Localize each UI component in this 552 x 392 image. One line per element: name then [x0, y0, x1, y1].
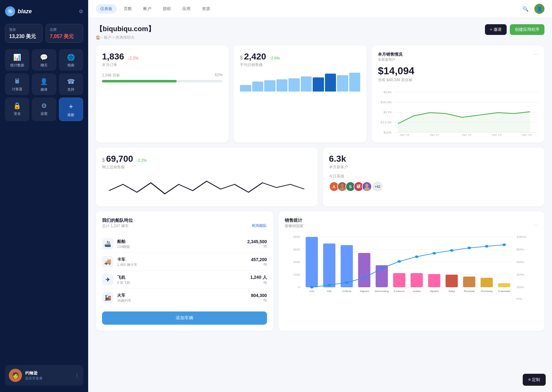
expense-label: 花费 [50, 27, 79, 32]
sidebar-item-chat[interactable]: 💬 聊天 [32, 49, 56, 71]
sales-chart-title-section: 销售统计 最畅销国家 [285, 218, 304, 232]
user-role: 反应开发者 [25, 376, 43, 381]
avg-value: 2,420 [244, 52, 266, 62]
online-change: ↑2.2% [136, 158, 147, 163]
mini-bar-7 [313, 77, 324, 92]
svg-rect-42 [393, 273, 405, 287]
sidebar-item-security[interactable]: 🔒 安全 [5, 98, 29, 121]
svg-text:600: 600 [293, 248, 300, 251]
fleet-link[interactable]: 检阅舰队 [252, 223, 267, 228]
tab-accounts[interactable]: 帐户 [139, 4, 156, 14]
breadcrumb: 🏠 › 账户 > 奥弗维耶夫 [96, 35, 155, 40]
sidebar-more-icon[interactable]: ⋮ [74, 372, 79, 378]
fleet-plane-info: 飞机 8 架飞机 [117, 275, 130, 285]
tab-pages[interactable]: 页数 [119, 4, 136, 14]
fleet-plane-value-section: 1,240 人 吨 [250, 275, 267, 285]
svg-rect-45 [446, 275, 458, 287]
monthly-sales-card: 本月销售情况 全渠道用户 ··· $14,094 另有 $48,346 至目标 [372, 45, 544, 143]
fleet-train-name: 火车 [117, 293, 131, 298]
svg-point-61 [310, 286, 313, 288]
create-app-button[interactable]: 创建应用程序 [510, 24, 544, 35]
svg-text:US: US [309, 290, 314, 293]
fleet-plane-num: 1,240 人 [250, 275, 267, 280]
mini-bar-3 [264, 80, 276, 92]
stats-icon: 📊 [13, 53, 21, 61]
sales-chart-more[interactable]: ··· [534, 222, 538, 228]
mini-bar-5 [288, 78, 300, 92]
svg-text:Canada: Canada [498, 290, 510, 293]
tab-auth[interactable]: 授权 [158, 4, 175, 14]
guide-icon: 🌐 [67, 53, 75, 61]
svg-text:20%: 20% [516, 286, 524, 289]
heroes-section: 今日英雄 A S 硕 +42 [329, 174, 538, 192]
tab-apps[interactable]: 应用 [178, 4, 195, 14]
sidebar-item-media[interactable]: 👤 媒体 [32, 73, 56, 95]
fleet-truck-unit: 吨 [251, 262, 267, 267]
budget-card-expense: 花费 7,057 美元 [46, 24, 83, 43]
truck-icon: 🚚 [102, 256, 113, 267]
svg-text:200: 200 [293, 273, 300, 276]
security-icon: 🔒 [13, 102, 21, 109]
add-vehicle-button[interactable]: 添加车辆 [102, 311, 267, 325]
svg-rect-46 [463, 277, 475, 287]
sidebar-settings-icon[interactable]: ⚙ [79, 8, 83, 14]
mini-bar-8 [325, 74, 336, 92]
sidebar-item-settings[interactable]: ⚙ 设置 [32, 98, 56, 121]
topnav-avatar[interactable]: 👤 [534, 4, 544, 14]
fleet-plane-sub: 8 架飞机 [117, 280, 130, 285]
nav-grid: 📊 统计数据 💬 聊天 🌐 指南 🖩 计算器 👤 媒体 ☎ 支持 🔒 安全 ⚙ [5, 49, 83, 121]
svg-text:60%: 60% [516, 260, 524, 264]
fleet-ship-sub: 234艘舰 [117, 244, 130, 249]
avg-mini-chart [240, 73, 360, 92]
sidebar-item-support[interactable]: ☎ 支持 [59, 73, 83, 95]
svg-point-19 [365, 184, 368, 187]
avg-change: ↑2.6% [269, 56, 280, 60]
customers-label: 本月新客户 [329, 165, 538, 170]
svg-text:0: 0 [298, 286, 300, 289]
sidebar-item-guide[interactable]: 🌐 指南 [59, 49, 83, 71]
search-button[interactable]: 🔍 [521, 4, 531, 14]
expense-value: 7,057 美元 [50, 33, 79, 39]
fleet-train-num: 804,300 [251, 293, 267, 298]
monthly-sales-info: 本月销售情况 全渠道用户 [378, 52, 402, 62]
mini-bar-6 [301, 76, 312, 92]
svg-text:India: India [413, 290, 421, 293]
svg-rect-37 [305, 237, 318, 287]
sidebar: blaze ⚙ 预算 13,230 美元 花费 7,057 美元 📊 统计数据 … [0, 0, 88, 392]
svg-text:Germany: Germany [374, 290, 389, 293]
svg-point-72 [502, 244, 506, 246]
invite-button[interactable]: + 邀请 [485, 24, 507, 35]
svg-point-65 [380, 267, 383, 270]
svg-point-64 [362, 277, 366, 279]
breadcrumb-sep: › [101, 35, 104, 40]
topnav: 仪表板 页数 帐户 授权 应用 资源 🔍 👤 [88, 0, 552, 18]
svg-text:China: China [342, 290, 351, 293]
online-sales-card: $ 69,700 ↑2.2% 网上总销售额 [96, 148, 318, 206]
svg-text:40%: 40% [516, 273, 524, 276]
online-currency: $ [102, 157, 105, 163]
svg-text:$17K: $17K [384, 111, 392, 114]
avg-label: 平均日销售额 [240, 62, 360, 68]
avg-currency: $ [240, 55, 243, 61]
svg-rect-44 [428, 274, 440, 287]
tab-resources[interactable]: 资源 [197, 4, 214, 14]
monthly-sales-more[interactable]: ··· [534, 52, 538, 57]
page-header: 【biqubiqu.com】 🏠 › 账户 > 奥弗维耶夫 + 邀请 创建应用程… [96, 24, 544, 40]
customize-button[interactable]: ≡ 定制 [523, 374, 546, 386]
orders-change: ↓2.2% [128, 56, 138, 60]
chat-icon: 💬 [40, 53, 48, 61]
new-customers-card: 6.3k 本月新客户 今日英雄 A S 硕 + [323, 148, 545, 206]
tab-dashboard[interactable]: 仪表板 [96, 4, 117, 14]
monthly-sales-subtext: 另有 $48,346 至目标 [378, 77, 538, 83]
support-label: 支持 [67, 87, 74, 92]
svg-text:Spain: Spain [430, 290, 438, 293]
sidebar-item-add[interactable]: + 添新 [59, 98, 83, 121]
media-label: 媒体 [41, 87, 48, 92]
monthly-sales-chart: $24K $20.5K $17K $13.5K $10K Apr 04 Apr … [378, 86, 538, 136]
monthly-sales-sub: 全渠道用户 [378, 57, 402, 62]
sales-chart-card: 销售统计 最畅销国家 ··· 800 600 [278, 211, 544, 331]
guide-label: 指南 [67, 63, 74, 68]
sidebar-item-stats[interactable]: 📊 统计数据 [5, 49, 29, 71]
fleet-item-plane: ✈ 飞机 8 架飞机 1,240 人 吨 [102, 271, 267, 289]
sidebar-item-calc[interactable]: 🖩 计算器 [5, 73, 29, 95]
